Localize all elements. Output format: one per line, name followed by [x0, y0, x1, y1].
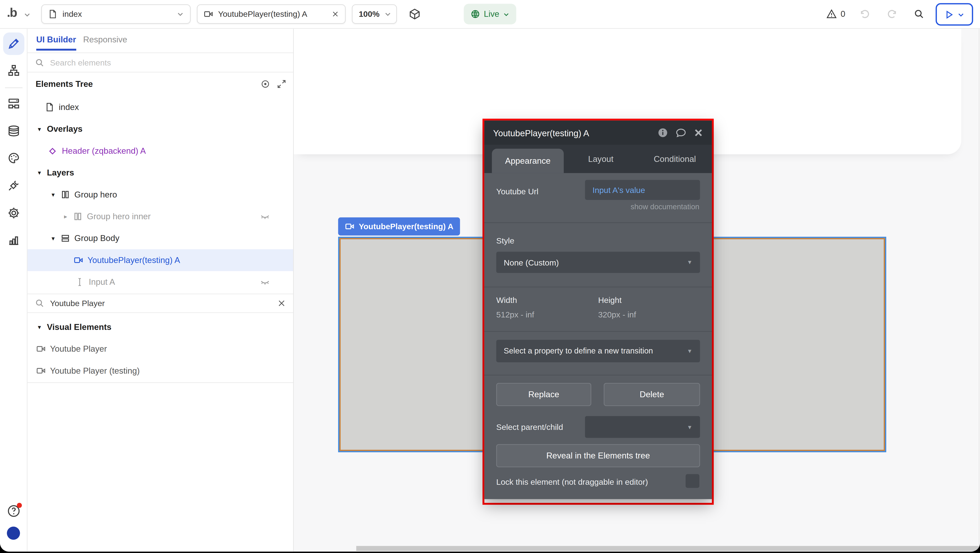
- bubble-editor-window: YoutubePlayer(testing) A .b index: [0, 0, 980, 553]
- show-documentation-link[interactable]: show documentation: [631, 202, 699, 211]
- panel-title: YoutubePlayer(testing) A: [493, 128, 650, 138]
- tree-section-layers[interactable]: ▾ Layers: [27, 162, 293, 184]
- logo-chevron-down-icon[interactable]: [24, 11, 30, 18]
- plugins-icon[interactable]: [8, 180, 20, 192]
- elements-search-bar[interactable]: [27, 53, 293, 72]
- transition-property-dropdown[interactable]: Select a property to define a new transi…: [496, 340, 700, 362]
- search-icon[interactable]: [914, 9, 924, 19]
- reveal-in-tree-button[interactable]: Reveal in the Elements tree: [496, 444, 700, 467]
- zoom-selector-dropdown[interactable]: 100%: [352, 4, 397, 24]
- design-pencil-icon[interactable]: [8, 37, 20, 50]
- expand-tree-icon[interactable]: [277, 79, 286, 89]
- caret-right-icon[interactable]: ▸: [63, 213, 69, 220]
- component-library-button[interactable]: [409, 8, 421, 20]
- undo-button[interactable]: [859, 9, 870, 19]
- youtube-url-value-field[interactable]: Input A's value: [585, 180, 700, 200]
- pages-layers-icon[interactable]: [8, 97, 20, 110]
- tree-item-input-a[interactable]: Input A: [27, 271, 293, 293]
- dropdown-arrow-icon: ▼: [687, 424, 692, 430]
- tree-item-index[interactable]: index: [27, 96, 293, 118]
- canvas-right-edge: [978, 29, 979, 552]
- parent-child-dropdown[interactable]: ▼: [585, 416, 700, 438]
- preview-run-button[interactable]: [935, 3, 973, 25]
- redo-button[interactable]: [887, 9, 897, 19]
- palette-item-youtube-player-testing[interactable]: Youtube Player (testing): [27, 360, 293, 381]
- section-divider: [484, 287, 712, 288]
- tree-item-label: Input A: [89, 277, 115, 287]
- palette-item-label: Youtube Player: [50, 344, 107, 353]
- youtube-url-label: Youtube Url: [496, 187, 539, 196]
- close-icon[interactable]: [694, 128, 703, 137]
- height-label: Height: [598, 296, 622, 305]
- section-divider: [484, 375, 712, 375]
- property-editor-panel: YoutubePlayer(testing) A Appearance Layo…: [484, 121, 712, 499]
- caret-down-icon[interactable]: ▾: [36, 324, 43, 331]
- elements-search-input[interactable]: [50, 58, 286, 67]
- sidebar: UI Builder Responsive Elements Tree: [27, 29, 294, 552]
- horizontal-scrollbar[interactable]: [356, 546, 980, 551]
- left-icon-rail: [0, 29, 27, 552]
- visibility-toggle-icon[interactable]: [261, 79, 270, 89]
- tree-item-label: Group hero: [75, 190, 117, 199]
- bubble-logo[interactable]: .b: [7, 6, 17, 20]
- tree-section-label: Overlays: [47, 124, 83, 133]
- page-selector-chevron-icon: [177, 11, 184, 17]
- page-selector-dropdown[interactable]: index: [41, 4, 191, 24]
- palette-item-youtube-player[interactable]: Youtube Player: [27, 338, 293, 360]
- visibility-off-icon[interactable]: [260, 277, 270, 287]
- delete-button[interactable]: Delete: [604, 383, 700, 406]
- tree-item-group-body[interactable]: ▾ Group Body: [27, 227, 293, 249]
- caret-down-icon[interactable]: ▾: [50, 235, 56, 242]
- style-dropdown[interactable]: None (Custom) ▼: [496, 252, 700, 273]
- selected-element-tag[interactable]: YoutubePlayer(testing) A: [338, 218, 460, 235]
- page-selector-value: index: [63, 9, 172, 19]
- tree-section-label: Layers: [47, 168, 74, 177]
- issues-count: 0: [841, 9, 845, 19]
- sidebar-tab-bar: UI Builder Responsive: [27, 29, 293, 53]
- visibility-off-icon[interactable]: [260, 211, 270, 221]
- tree-item-youtube-player-selected[interactable]: YoutubePlayer(testing) A: [27, 249, 293, 271]
- help-button[interactable]: [7, 504, 21, 518]
- youtube-url-value: Input A's value: [593, 185, 645, 194]
- issues-indicator[interactable]: 0: [826, 9, 845, 19]
- caret-down-icon[interactable]: ▾: [36, 126, 43, 132]
- comment-bubble-icon[interactable]: [676, 127, 686, 138]
- clear-search-icon[interactable]: [277, 299, 286, 307]
- elements-tree-title: Elements Tree: [36, 79, 93, 89]
- panel-tab-layout[interactable]: Layout: [564, 145, 638, 173]
- info-icon[interactable]: [657, 127, 668, 138]
- element-palette-search-input[interactable]: [50, 299, 272, 308]
- select-parent-child-label: Select parent/child: [496, 422, 563, 431]
- tree-item-group-hero-inner[interactable]: ▸ Group hero inner: [27, 205, 293, 227]
- tree-item-group-hero[interactable]: ▾ Group hero: [27, 184, 293, 205]
- tree-item-label: Header (zqbackend) A: [62, 146, 146, 156]
- palette-divider: [27, 382, 293, 383]
- video-camera-icon: [36, 366, 46, 375]
- reusable-diamond-icon: [48, 146, 57, 156]
- database-icon[interactable]: [8, 125, 20, 137]
- tree-section-overlays[interactable]: ▾ Overlays: [27, 118, 293, 140]
- caret-down-icon[interactable]: ▾: [36, 169, 43, 176]
- palette-section-visual-elements[interactable]: ▾ Visual Elements: [27, 316, 293, 338]
- element-selector-dropdown[interactable]: YoutubePlayer(testing) A: [197, 4, 346, 24]
- element-palette-search-bar[interactable]: [27, 294, 293, 313]
- tree-item-header-reusable[interactable]: Header (zqbackend) A: [27, 140, 293, 162]
- element-selector-value: YoutubePlayer(testing) A: [218, 9, 327, 19]
- replace-button[interactable]: Replace: [496, 383, 592, 406]
- element-selector-clear-icon[interactable]: [332, 11, 339, 17]
- settings-gear-icon[interactable]: [8, 207, 20, 219]
- workflow-icon[interactable]: [8, 64, 20, 77]
- lock-element-checkbox[interactable]: [686, 474, 699, 488]
- tab-responsive[interactable]: Responsive: [83, 35, 127, 44]
- panel-tab-appearance[interactable]: Appearance: [492, 149, 564, 173]
- caret-down-icon[interactable]: ▾: [50, 191, 56, 198]
- tab-ui-builder[interactable]: UI Builder: [36, 35, 76, 44]
- live-environment-button[interactable]: Live: [464, 4, 516, 24]
- input-ibeam-icon: [75, 277, 84, 287]
- logs-chart-icon[interactable]: [8, 234, 20, 246]
- section-divider: [484, 331, 712, 332]
- user-avatar[interactable]: [7, 527, 20, 540]
- styles-palette-icon[interactable]: [8, 152, 20, 164]
- panel-header[interactable]: YoutubePlayer(testing) A: [484, 121, 712, 145]
- panel-tab-conditional[interactable]: Conditional: [638, 145, 712, 173]
